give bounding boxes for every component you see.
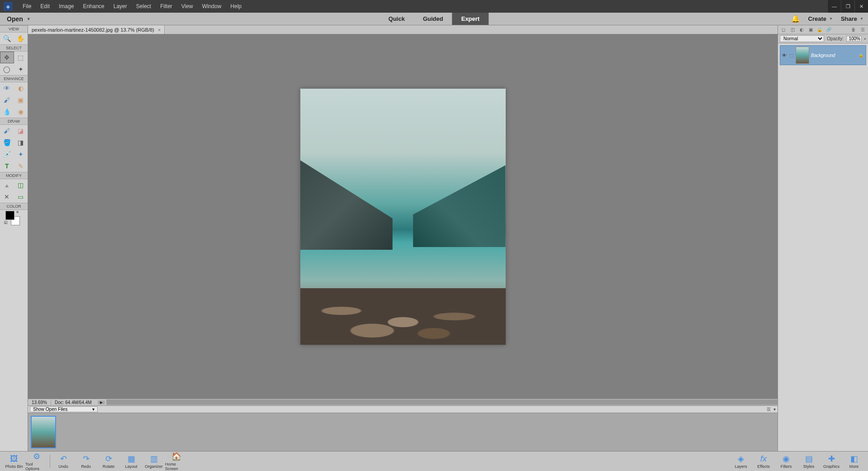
home-screen-button[interactable]: 🏠 Home Screen [165, 452, 188, 471]
open-button[interactable]: Open ▼ [0, 15, 38, 23]
layer-lock-icon: 🔒 [859, 53, 865, 57]
document-area: pexels-marlon-martinez-1450082.jpg @ 13.… [28, 25, 778, 451]
adjustment-layer-icon[interactable]: ◐ [798, 26, 805, 33]
marquee-tool[interactable]: ⬚ [14, 52, 28, 63]
layer-visibility-icon[interactable]: 👁 [781, 53, 787, 58]
rotate-button[interactable]: ⟳ Rotate [97, 454, 120, 469]
effects-button[interactable]: fx Effects [752, 454, 775, 469]
create-button[interactable]: Create ▼ [808, 15, 833, 22]
default-colors-icon[interactable]: ◱ [4, 220, 8, 224]
redeye-tool[interactable]: 👁 [0, 82, 14, 94]
photo-bin-thumbnail[interactable] [31, 416, 56, 448]
status-bar: 13.69% Doc: 64.4M/64.4M ▶ [28, 399, 778, 405]
shape-tool[interactable]: ✦ [14, 148, 28, 160]
menu-edit[interactable]: Edit [36, 3, 54, 10]
close-button[interactable]: ✕ [854, 0, 868, 13]
bin-right-icons: ☰ ▾ [767, 407, 776, 412]
close-tab-icon[interactable]: × [158, 27, 161, 33]
show-files-dropdown[interactable]: Show Open Files ▾ [30, 406, 98, 412]
canvas-area[interactable] [28, 34, 778, 399]
notification-bell-icon[interactable]: 🔔 [791, 14, 800, 23]
layer-item[interactable]: 👁 ⬚ Background 🔒 [780, 45, 866, 65]
more-button[interactable]: ◧ More [843, 454, 865, 469]
straighten-tool[interactable]: ▭ [14, 191, 28, 203]
move-tool[interactable]: ✥ [0, 52, 14, 63]
menu-view[interactable]: View [177, 3, 198, 10]
pencil-tool[interactable]: ✎ [14, 160, 28, 172]
opacity-input[interactable] [846, 36, 862, 42]
lock-icon[interactable]: 🔒 [816, 26, 823, 33]
hand-tool[interactable]: ✋ [14, 33, 28, 44]
tab-quick[interactable]: Quick [379, 13, 414, 25]
brush-tool[interactable]: 🖌 [0, 125, 14, 137]
layer-name[interactable]: Background [811, 53, 857, 58]
menu-layer[interactable]: Layer [109, 3, 132, 10]
crop-tool[interactable]: ⟁ [0, 179, 14, 191]
tab-guided[interactable]: Guided [414, 13, 452, 25]
layers-button[interactable]: ◈ Layers [730, 454, 752, 469]
mask-icon[interactable]: ▣ [807, 26, 814, 33]
bin-options-icon[interactable]: ☰ [767, 407, 771, 412]
menu-help[interactable]: Help [226, 3, 246, 10]
new-group-icon[interactable]: ◫ [789, 26, 796, 33]
layout-button[interactable]: ▦ Layout [120, 454, 142, 469]
toolbox-section-select: SELECT [0, 44, 28, 52]
redo-label: Redo [81, 464, 91, 469]
menu-window[interactable]: Window [198, 3, 226, 10]
eyedropper-tool[interactable]: 💉 [0, 148, 14, 160]
status-zoom[interactable]: 13.69% [28, 400, 51, 405]
layer-link-icon[interactable]: ⬚ [789, 53, 794, 58]
wand-tool[interactable]: ✦ [14, 63, 28, 75]
new-layer-icon[interactable]: ◻ [780, 26, 787, 33]
sponge-tool[interactable]: ◉ [14, 106, 28, 118]
minimize-button[interactable]: — [827, 0, 841, 13]
panel-menu-icon[interactable]: ☰ [859, 26, 866, 33]
chevron-down-icon: ▾ [92, 407, 95, 412]
menu-image[interactable]: Image [54, 3, 78, 10]
link-layers-icon[interactable]: 🔗 [825, 26, 832, 33]
eraser-tool[interactable]: ◪ [14, 125, 28, 137]
status-arrow-icon[interactable]: ▶ [98, 400, 105, 404]
layers-icon: ◈ [738, 454, 744, 464]
blend-mode-select[interactable]: Normal [780, 35, 824, 42]
menu-select[interactable]: Select [132, 3, 156, 10]
menu-enhance[interactable]: Enhance [78, 3, 109, 10]
layer-thumbnail[interactable] [796, 47, 809, 64]
toolbox-section-view: VIEW [0, 25, 28, 33]
chevron-down-icon: ▼ [829, 17, 833, 21]
organizer-button[interactable]: ▥ Organizer [142, 454, 165, 469]
tab-expert[interactable]: Expert [452, 13, 489, 25]
undo-icon: ↶ [60, 454, 67, 464]
bin-collapse-icon[interactable]: ▾ [773, 407, 776, 412]
clone-stamp-tool[interactable]: ▣ [14, 94, 28, 106]
tool-options-button[interactable]: ⚙ Tool Options [25, 452, 48, 471]
content-aware-tool[interactable]: ✕ [0, 191, 14, 203]
blur-tool[interactable]: 💧 [0, 106, 14, 118]
photo-bin-button[interactable]: 🖼 Photo Bin [3, 454, 25, 469]
undo-button[interactable]: ↶ Undo [52, 454, 75, 469]
type-tool[interactable]: T [0, 160, 14, 172]
spot-heal-tool[interactable]: ◐ [14, 82, 28, 94]
status-doc-info: Doc: 64.4M/64.4M [51, 400, 95, 405]
share-button[interactable]: Share ▼ [841, 15, 863, 22]
styles-button[interactable]: ▤ Styles [797, 454, 820, 469]
recompose-tool[interactable]: ◫ [14, 179, 28, 191]
document-tab[interactable]: pexels-marlon-martinez-1450082.jpg @ 13.… [28, 25, 165, 34]
swap-colors-icon[interactable]: ⤭ [16, 210, 19, 214]
redo-button[interactable]: ↷ Redo [75, 454, 97, 469]
smart-brush-tool[interactable]: 🖌 [0, 94, 14, 106]
horizontal-scrollbar[interactable] [106, 400, 778, 405]
gradient-tool[interactable]: ◨ [14, 137, 28, 148]
fill-tool[interactable]: 🪣 [0, 137, 14, 148]
opacity-flyout-icon[interactable]: ▸ [864, 37, 866, 41]
lasso-tool[interactable]: ◯ [0, 63, 14, 75]
filters-button[interactable]: ◉ Filters [775, 454, 797, 469]
menu-file[interactable]: File [18, 3, 36, 10]
menu-filter[interactable]: Filter [156, 3, 177, 10]
blend-opacity-row: Normal Opacity: ▸ [778, 34, 868, 43]
foreground-color[interactable] [5, 211, 14, 220]
trash-icon[interactable]: 🗑 [850, 26, 857, 33]
maximize-button[interactable]: ❐ [841, 0, 854, 13]
graphics-button[interactable]: ✚ Graphics [820, 454, 843, 469]
zoom-tool[interactable]: 🔍 [0, 33, 14, 44]
